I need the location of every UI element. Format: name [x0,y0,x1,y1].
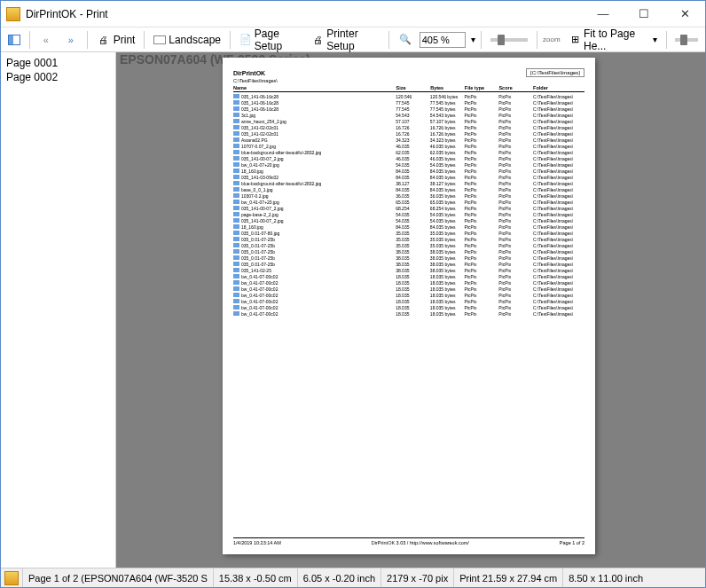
printer-icon: 🖨 [97,33,111,47]
double-left-icon: « [39,33,53,47]
table-row: bw_0.41-07+20.jpg54.03554.035 bytesPicPi… [233,161,584,168]
table-row: 035_141-00-07_2.jpg46.03546.035 bytesPic… [233,155,584,161]
landscape-label: Landscape [169,34,221,46]
zoom-caption: zoom [543,35,561,43]
status-print-cm: Print 21.59 x 27.94 cm [453,568,562,587]
table-row: 035_0.01-07-80.jpg35.03535.035 bytesPicP… [233,230,584,236]
table-row: 18_160.jpg84.03584.035 bytesPicPixPicPix… [233,223,584,230]
table-row: bw_0.41-07-00c0218.03518.035 bytesPicPix… [233,298,584,304]
table-row: 035_141-00-07_2.jpg68.25468.254 bytesPic… [233,205,584,211]
table-row: 035_0.01-07-25b35.03535.035 bytesPicPixP… [233,236,584,242]
table-row: 035_141-03-09c0284.03584.035 bytesPicPix… [233,174,584,180]
zoom-dropdown[interactable]: ▾ [471,35,475,44]
table-row: page-base-2_2.jpg54.03554.035 bytesPicPi… [233,211,584,217]
col-size: Size [396,85,431,90]
minimize-button[interactable]: — [583,1,624,27]
col-filetype: File type [465,85,499,90]
printer-setup-button[interactable]: 🖨Printer Setup [309,30,383,50]
page-preview: DirPrintOK [C:\TestFiles\Images] C:\Test… [223,58,595,554]
page-footer: 1/4/2019 10:23:14 AM DirPrintOK 3.03 / h… [233,537,584,545]
status-bar: Page 1 of 2 (EPSON07A604 (WF-3520 S 15.3… [1,568,705,587]
page-path-box: [C:\TestFiles\Images] [526,68,584,77]
table-row: 18_160.jpg84.03584.035 bytesPicPixPicPix… [233,168,584,174]
landscape-icon [153,35,166,44]
page-back-button[interactable]: « [35,30,57,50]
table-row: bw_0.41-07-00c0218.03518.035 bytesPicPix… [233,279,584,286]
title-bar: DirPrintOK - Print — ☐ ✕ [1,1,705,27]
table-row: 035_0.01-07-25b38.03538.035 bytesPicPixP… [233,248,584,255]
footer-app: DirPrintOK 3.03 / http://www.softwareok.… [281,540,560,545]
table-row: base_0_0_1.jpg84.03584.035 bytesPicPixPi… [233,186,584,192]
page-columns: Name Size Bytes File type Score Folder [233,85,584,92]
status-cursor-px: 2179 x -70 pix [380,568,453,587]
table-row: 035_0.01-07-25b35.03535.035 bytesPicPixP… [233,242,584,248]
col-folder: Folder [533,85,584,90]
table-row: 10707-0.07_2.jpg46.03546.035 bytesPicPix… [233,143,584,149]
table-row: blue-background-after-beautiful-2832.jpg… [233,149,584,155]
maximize-button[interactable]: ☐ [624,1,664,27]
table-row: 035_141-02-2538.03538.035 bytesPicPixPic… [233,267,584,273]
status-print-in: 8.50 x 11.00 inch [562,568,648,587]
table-row: 3c1.jpg54.54354.543 bytesPicPixPicPixC:\… [233,112,584,118]
table-row: blue-background-after-beautiful-2832.jpg… [233,180,584,186]
print-button[interactable]: 🖨Print [93,30,139,50]
fit-to-page-button[interactable]: ⊞Fit to Page He...▾ [566,30,661,50]
table-row: 035_141-06-16c28120.546120.546 bytesPicP… [233,93,584,99]
sidebar-page-2[interactable]: Page 0002 [6,70,110,84]
col-score: Score [498,85,533,90]
secondary-slider[interactable] [675,38,698,42]
print-label: Print [114,34,136,46]
app-icon [6,7,20,21]
close-button[interactable]: ✕ [664,1,705,27]
status-icon [4,571,19,585]
status-cursor-cm: 15.38 x -0.50 cm [213,568,297,587]
table-row: 035_141-02-02c0116.72616.726 bytesPicPix… [233,124,584,130]
table-row: bw_0.41-07-00c0218.03518.035 bytesPicPix… [233,286,584,292]
zoom-input[interactable] [420,32,466,48]
table-row: bw_0.41-07-00c0218.03518.035 bytesPicPix… [233,292,584,298]
fit-icon: ⊞ [569,33,581,47]
preview-area[interactable]: EPSON07A604 (WF-3520 Series) DirPrintOK … [116,52,705,568]
zoom-icon: 🔍 [398,33,412,47]
table-row: Astana02.PG34.32334.323 bytesPicPixPicPi… [233,137,584,143]
page-setup-button[interactable]: 📄Page Setup [236,30,305,50]
col-name: Name [233,85,396,90]
panel-icon [8,35,20,45]
footer-timestamp: 1/4/2019 10:23:14 AM [233,540,281,545]
table-row: 035_141-02-02c0116.72616.726 bytesPicPix… [233,130,584,137]
zoom-slider[interactable] [490,38,529,42]
table-row: 035_141-06-16c2877.54577.545 bytesPicPix… [233,99,584,106]
table-row: bw_0.41-07+20.jpg65.03565.035 bytesPicPi… [233,199,584,205]
main-area: Page 0001 Page 0002 EPSON07A604 (WF-3520… [1,52,705,568]
chevron-down-icon: ▾ [653,35,657,44]
table-row: anne_haust_254_2.jpg57.10757.107 bytesPi… [233,118,584,124]
page-list-sidebar: Page 0001 Page 0002 [1,52,116,568]
page-rows: 035_141-06-16c28120.546120.546 bytesPicP… [233,93,584,317]
zoom-preset-button[interactable]: 🔍 [395,30,416,50]
table-row: bw_0.41-07-00c0218.03518.035 bytesPicPix… [233,304,584,310]
window-title: DirPrintOK - Print [26,8,583,20]
col-bytes: Bytes [430,85,465,90]
table-row: bw_0.41-07-00c0218.03518.035 bytesPicPix… [233,310,584,317]
page-setup-icon: 📄 [239,33,252,47]
table-row: 035_0.01-07-25b38.03538.035 bytesPicPixP… [233,255,584,261]
landscape-button[interactable]: Landscape [150,30,224,50]
toolbar: « » 🖨Print Landscape 📄Page Setup 🖨Printe… [1,27,705,52]
printer-setup-label: Printer Setup [326,27,380,52]
printer-setup-icon: 🖨 [312,33,325,47]
status-page-info: Page 1 of 2 (EPSON07A604 (WF-3520 S [22,568,213,587]
status-cursor-in: 6.05 x -0.20 inch [297,568,380,587]
table-row: 035_0.01-07-25b38.03538.035 bytesPicPixP… [233,261,584,267]
double-right-icon: » [64,33,78,47]
page-forward-button[interactable]: » [60,30,82,50]
toggle-sidebar-button[interactable] [4,30,24,50]
table-row: 035_141-06-16c2877.54577.545 bytesPicPix… [233,106,584,112]
page-subpath: C:\TestFiles\Images\ [233,78,584,83]
fit-label: Fit to Page He... [584,27,648,52]
table-row: 035_141-00-07_2.jpg54.03554.035 bytesPic… [233,217,584,223]
sidebar-page-1[interactable]: Page 0001 [6,56,110,70]
page-setup-label: Page Setup [255,27,302,52]
table-row: 10307-0.2.jpg36.03536.035 bytesPicPixPic… [233,192,584,199]
footer-page-num: Page 1 of 2 [560,540,584,545]
table-row: bw_0.41-07-00c0218.03518.035 bytesPicPix… [233,273,584,279]
